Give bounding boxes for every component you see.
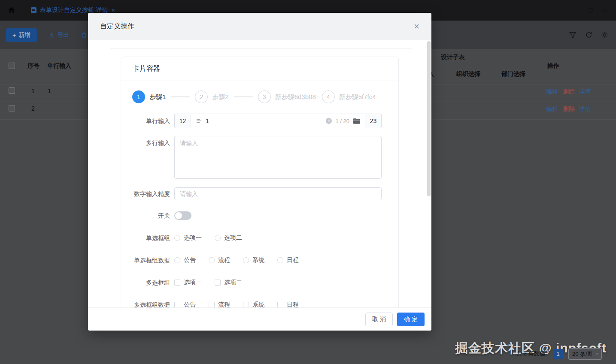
step-3-number: 3: [258, 90, 271, 103]
row-checkbox[interactable]: [9, 87, 15, 94]
cell-index: 2: [31, 105, 35, 112]
checkbox-icon: [243, 302, 249, 307]
trash-icon: [81, 32, 87, 38]
switch-label: 开关: [132, 211, 170, 220]
document-icon: [31, 7, 36, 13]
home-icon[interactable]: [8, 6, 15, 14]
add-button-label: 新增: [18, 31, 30, 39]
radio-group-label: 单选框组: [132, 234, 170, 242]
checkbox-option[interactable]: 选项一: [174, 279, 202, 286]
cell-single-input: 1: [48, 87, 51, 94]
single-input-field[interactable]: 1 × 1 / 20: [191, 114, 365, 128]
export-button[interactable]: 导出: [49, 31, 69, 39]
switch-knob: [175, 212, 182, 219]
col-header-org-select: 组织选择: [456, 70, 480, 78]
cancel-button[interactable]: 取 消: [365, 313, 393, 326]
step-2-number: 2: [195, 90, 208, 103]
step-4[interactable]: 4 新步骤5f7fc4: [322, 90, 376, 103]
plus-icon: +: [12, 32, 16, 39]
checkbox-option-label: 流程: [218, 301, 230, 307]
step-connector: [234, 96, 253, 97]
page-size-select[interactable]: 20 条/页: [568, 348, 602, 360]
refresh-icon[interactable]: [587, 7, 594, 14]
checkbox-option-label: 选项二: [224, 279, 242, 286]
radio-option[interactable]: 选项二: [215, 234, 242, 242]
radio-option[interactable]: 日程: [277, 256, 299, 264]
custom-operation-dialog: 自定义操作 × 卡片容器 1 步骤1 2 步骤2: [88, 13, 431, 331]
step-3[interactable]: 3 新步骤6d3b08: [258, 90, 316, 103]
checkbox-option[interactable]: 系统: [243, 301, 264, 307]
single-input-group: 12 1 × 1 / 20: [174, 114, 382, 128]
checkbox-group-label: 多选框组: [132, 278, 170, 287]
col-header-single-input: 单行输入: [47, 62, 71, 70]
radio-icon: [215, 235, 221, 241]
row-checkbox[interactable]: [9, 105, 15, 111]
form-panel: 卡片容器 1 步骤1 2 步骤2 3: [111, 48, 411, 307]
pagination-total: 共 2 条数据: [516, 350, 545, 358]
number-input-label: 数字输入精度: [132, 190, 170, 198]
confirm-button[interactable]: 确 定: [397, 313, 425, 326]
radio-group-data-label: 单选框组数据: [132, 256, 170, 265]
multiline-input[interactable]: [174, 136, 382, 179]
dialog-footer: 取 消 确 定: [88, 307, 431, 331]
input-append: 23: [365, 114, 382, 128]
step-1[interactable]: 1 步骤1: [132, 90, 166, 103]
folder-icon[interactable]: [353, 118, 361, 124]
col-header-index: 序号: [27, 62, 39, 70]
checkbox-option[interactable]: 选项二: [215, 279, 242, 286]
edit-link[interactable]: 编辑: [546, 105, 558, 113]
step-2[interactable]: 2 步骤2: [195, 90, 228, 103]
radio-icon: [174, 235, 180, 241]
caret-down-icon: [595, 353, 599, 355]
radio-option[interactable]: 公告: [174, 256, 196, 264]
checkbox-icon: [174, 302, 180, 307]
pagination-page-1[interactable]: 1: [553, 349, 563, 359]
detail-link[interactable]: 详情: [579, 105, 591, 113]
checkbox-icon: [174, 280, 180, 286]
step-wizard: 1 步骤1 2 步骤2 3 新步骤6d3b08: [132, 90, 392, 103]
clear-icon[interactable]: ×: [326, 118, 332, 124]
chevron-down-icon[interactable]: [602, 7, 608, 14]
checkbox-option[interactable]: 日程: [277, 301, 299, 307]
single-input-label: 单行输入: [132, 117, 170, 125]
filter-icon[interactable]: [569, 32, 577, 39]
step-4-label: 新步骤5f7fc4: [339, 93, 376, 101]
radio-option-label: 系统: [252, 256, 264, 264]
checkbox-option-label: 选项一: [184, 279, 202, 286]
radio-option-label: 流程: [218, 256, 230, 264]
step-1-number: 1: [132, 90, 145, 103]
delete-link[interactable]: 删除: [563, 105, 575, 113]
step-2-label: 步骤2: [212, 93, 228, 101]
dialog-title: 自定义操作: [100, 22, 134, 31]
download-icon: [49, 32, 55, 38]
radio-option[interactable]: 流程: [209, 256, 230, 264]
checkbox-option[interactable]: 公告: [174, 301, 196, 307]
detail-link[interactable]: 详情: [579, 88, 591, 96]
card-title: 卡片容器: [121, 57, 398, 81]
refresh-icon[interactable]: [585, 31, 592, 39]
col-header-design-subtable: 设计子表: [441, 54, 465, 61]
export-button-label: 导出: [57, 31, 69, 39]
checkbox-option[interactable]: 流程: [209, 301, 230, 307]
col-header-actions: 操作: [547, 62, 559, 70]
char-counter: 1 / 20: [335, 118, 349, 124]
radio-option[interactable]: 系统: [243, 256, 264, 264]
radio-option-label: 日程: [287, 256, 299, 264]
radio-icon: [243, 257, 249, 263]
radio-option[interactable]: 选项一: [174, 234, 202, 242]
textarea-label: 多行输入: [132, 136, 170, 179]
gear-icon[interactable]: [601, 31, 608, 39]
radio-icon: [174, 257, 180, 263]
number-precision-input[interactable]: [174, 187, 382, 200]
modal-scrollbar[interactable]: [427, 41, 431, 196]
radio-option-label: 选项一: [184, 234, 202, 242]
select-all-checkbox[interactable]: [9, 63, 15, 69]
lines-icon: [195, 117, 202, 124]
cell-index: 1: [31, 87, 35, 94]
delete-link[interactable]: 删除: [563, 88, 575, 96]
checkbox-option-label: 公告: [184, 301, 196, 307]
add-button[interactable]: + 新增: [6, 28, 37, 42]
switch-toggle[interactable]: [174, 211, 191, 220]
edit-link[interactable]: 编辑: [546, 88, 558, 96]
close-icon[interactable]: ×: [414, 22, 419, 31]
